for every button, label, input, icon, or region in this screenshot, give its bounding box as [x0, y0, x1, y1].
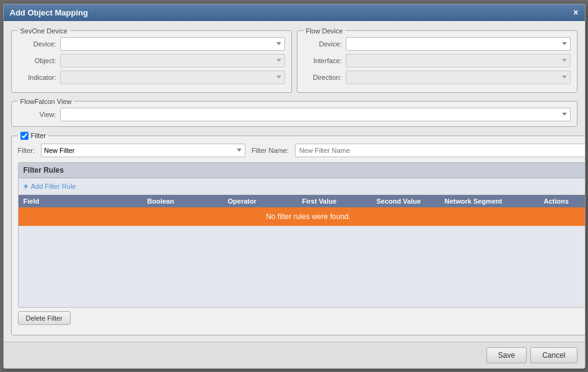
filter-checkbox[interactable]	[20, 132, 29, 140]
sevone-device-row: Device:	[18, 37, 285, 51]
filter-row: Filter: New Filter Filter Name:	[18, 144, 585, 157]
no-data-row: No filter rules were found.	[19, 207, 585, 226]
flow-interface-select[interactable]	[346, 54, 571, 67]
col-second-value: Second Value	[377, 197, 445, 205]
flow-device-select[interactable]	[346, 37, 571, 51]
dialog-titlebar: Add Object Mapping ×	[4, 4, 585, 21]
flow-device-panel: Flow Device Device: Interface: Direction…	[297, 27, 577, 93]
flowfalcon-view-select[interactable]	[60, 108, 571, 121]
sevone-device-label: Device:	[18, 40, 60, 48]
flowfalcon-view-panel: FlowFalcon View View:	[11, 98, 577, 127]
col-field: Field	[24, 197, 147, 205]
sevone-object-label: Object:	[18, 57, 60, 64]
save-button[interactable]: Save	[486, 347, 527, 363]
sevone-legend: SevOne Device	[18, 27, 70, 35]
flowfalcon-legend: FlowFalcon View	[18, 98, 74, 105]
filter-name-label: Filter Name:	[252, 147, 289, 154]
filter-panel: Filter Filter: New Filter Filter Name: F…	[11, 132, 577, 335]
add-icon: +	[24, 181, 29, 191]
flow-device-label: Device:	[304, 40, 346, 48]
filter-select[interactable]: New Filter	[41, 144, 245, 157]
sevone-device-select[interactable]	[60, 37, 285, 51]
sevone-indicator-row: Indicator:	[18, 71, 285, 84]
dialog-footer: Save Cancel	[4, 342, 585, 368]
sevone-device-panel: SevOne Device Device: Object: Indicator:	[11, 27, 292, 93]
flow-legend: Flow Device	[304, 27, 346, 35]
add-filter-rule-link[interactable]: Add Filter Rule	[31, 183, 76, 190]
flow-interface-label: Interface:	[304, 57, 346, 64]
filter-label: Filter:	[18, 147, 35, 154]
flow-direction-label: Direction:	[304, 74, 346, 81]
flowfalcon-view-label: View:	[18, 111, 60, 118]
add-filter-rule-row: + Add Filter Rule	[19, 178, 585, 195]
table-body: No filter rules were found.	[19, 207, 585, 307]
add-object-mapping-dialog: Add Object Mapping × SevOne Device Devic…	[3, 4, 586, 369]
filter-rules-header: Filter Rules	[19, 163, 585, 178]
filter-rules-box: Filter Rules + Add Filter Rule Field Boo…	[18, 162, 585, 308]
flow-device-row: Device:	[304, 37, 571, 51]
cancel-button[interactable]: Cancel	[530, 347, 577, 363]
top-panels: SevOne Device Device: Object: Indicator:…	[11, 27, 577, 93]
flow-direction-row: Direction:	[304, 71, 571, 84]
table-header: Field Boolean Operator First Value Secon…	[19, 195, 585, 207]
col-actions: Actions	[544, 197, 585, 205]
sevone-indicator-label: Indicator:	[18, 74, 60, 81]
sevone-object-select[interactable]	[60, 54, 285, 67]
dialog-title: Add Object Mapping	[10, 8, 88, 17]
col-boolean: Boolean	[147, 197, 228, 205]
filter-name-input[interactable]	[295, 144, 585, 157]
dialog-body: SevOne Device Device: Object: Indicator:…	[4, 21, 585, 342]
delete-filter-button[interactable]: Delete Filter	[18, 311, 71, 325]
col-first-value: First Value	[302, 197, 377, 205]
sevone-indicator-select[interactable]	[60, 71, 285, 84]
flowfalcon-view-row: View:	[18, 108, 571, 121]
filter-fieldset: Filter Filter: New Filter Filter Name: F…	[11, 132, 585, 335]
flow-direction-select[interactable]	[346, 71, 571, 84]
filter-legend-text: Filter	[31, 132, 46, 139]
filter-checkbox-label[interactable]: Filter	[20, 132, 46, 140]
col-network-segment: Network Segment	[445, 197, 544, 205]
sevone-object-row: Object:	[18, 54, 285, 67]
close-button[interactable]: ×	[573, 8, 578, 17]
flow-interface-row: Interface:	[304, 54, 571, 67]
delete-filter-row: Delete Filter	[18, 308, 585, 329]
col-operator: Operator	[228, 197, 302, 205]
